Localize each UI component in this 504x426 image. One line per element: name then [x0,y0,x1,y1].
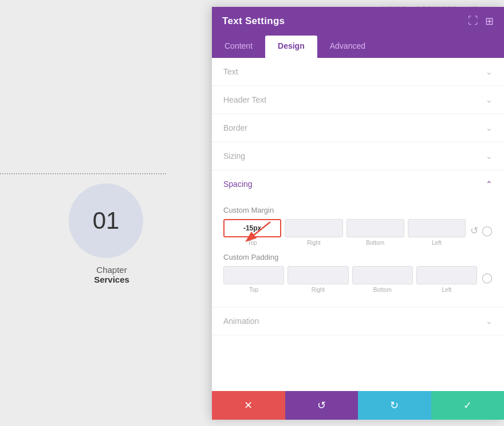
margin-top-label: Top [248,240,257,246]
margin-left-field: Left [408,219,466,246]
panel-title: Text Settings [222,15,285,27]
margin-left-label: Left [432,240,442,246]
cancel-button[interactable]: ✕ [212,391,285,420]
dotted-divider [0,173,166,174]
margin-reset-icon[interactable]: ↺ [470,225,478,237]
custom-margin-inputs-row: Top Right Bottom Left [223,219,493,246]
custom-padding-inputs-row: Top Right Bottom Left [223,266,493,293]
section-animation-label: Animation [223,316,259,326]
section-animation-chevron: ⌄ [486,316,493,326]
spacing-section: Custom Margin Top Right Bott [212,198,504,307]
custom-padding-group: Custom Padding Top Right Bot [223,253,493,293]
padding-bottom-label: Bottom [373,287,392,293]
padding-device-icon[interactable]: ◯ [482,272,493,284]
padding-right-input[interactable] [288,266,348,284]
margin-bottom-input[interactable] [346,219,404,237]
margin-right-input[interactable] [285,219,342,237]
tab-content[interactable]: Content [212,36,265,58]
chapter-bold-label: Services [86,275,137,284]
margin-bottom-label: Bottom [366,240,384,246]
margin-top-field: Top [223,219,281,246]
tab-design[interactable]: Design [265,36,317,58]
padding-left-label: Left [442,287,452,293]
margin-right-label: Right [307,240,320,246]
settings-panel: Text Settings ⛶ ⊞ Content Design Advance… [212,7,504,420]
section-spacing-label: Spacing [223,179,253,189]
custom-margin-fields: Top Right Bottom Left [223,219,466,246]
section-border-chevron: ⌄ [486,123,493,132]
custom-padding-title: Custom Padding [223,253,493,261]
section-text-chevron: ⌄ [486,67,493,76]
section-sizing-chevron: ⌄ [486,151,493,161]
padding-controls: ◯ [482,272,493,293]
padding-left-input[interactable] [416,266,477,284]
panel-header-icons: ⛶ ⊞ [468,15,494,28]
section-sizing[interactable]: Sizing ⌄ [212,142,504,170]
margin-right-field: Right [285,219,342,246]
padding-right-field: Right [288,266,348,293]
margin-top-input[interactable] [223,219,281,237]
save-button[interactable]: ✓ [431,391,505,420]
chapter-label: Chapter Services [86,265,137,284]
section-border[interactable]: Border ⌄ [212,114,504,142]
chapter-number: 01 [93,207,120,235]
chapter-circle: 01 [69,183,143,258]
section-text-label: Text [223,67,238,76]
section-spacing-header[interactable]: Spacing ⌃ [212,170,504,198]
expand-icon[interactable]: ⛶ [468,15,478,28]
margin-bottom-field: Bottom [346,219,404,246]
panel-footer: ✕ ↺ ↻ ✓ [212,391,504,420]
padding-bottom-field: Bottom [352,266,413,293]
section-header-text-label: Header Text [223,95,266,104]
section-text[interactable]: Text ⌄ [212,58,504,86]
padding-top-label: Top [249,287,258,293]
margin-device-icon[interactable]: ◯ [482,225,493,237]
section-animation[interactable]: Animation ⌄ [212,307,504,335]
padding-top-input[interactable] [223,266,284,284]
section-spacing-chevron: ⌃ [486,179,493,189]
redo-button[interactable]: ↻ [358,391,431,420]
padding-top-field: Top [223,266,284,293]
panel-header: Text Settings ⛶ ⊞ [212,7,504,36]
margin-controls: ↺ ◯ [470,225,493,246]
tab-advanced[interactable]: Advanced [317,36,378,58]
section-border-label: Border [223,123,247,132]
section-header-text[interactable]: Header Text ⌄ [212,86,504,114]
custom-padding-fields: Top Right Bottom Left [223,266,477,293]
padding-bottom-input[interactable] [352,266,413,284]
undo-button[interactable]: ↺ [285,391,359,420]
padding-left-field: Left [416,266,477,293]
margin-left-input[interactable] [408,219,466,237]
panel-tabs: Content Design Advanced [212,36,504,58]
panel-body: Text ⌄ Header Text ⌄ Border ⌄ Sizing ⌄ S… [212,58,504,391]
section-sizing-label: Sizing [223,151,245,161]
chapter-text-label: Chapter [86,265,137,275]
grid-icon[interactable]: ⊞ [485,15,494,28]
custom-margin-title: Custom Margin [223,206,493,214]
custom-margin-group: Custom Margin Top Right Bott [223,206,493,245]
padding-right-label: Right [312,287,325,293]
section-header-text-chevron: ⌄ [486,95,493,104]
